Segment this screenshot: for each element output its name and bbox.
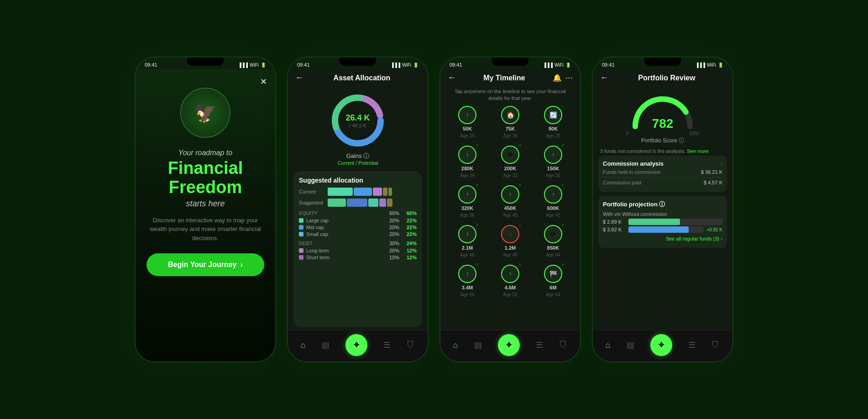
- back-button-aa[interactable]: ←: [295, 73, 303, 83]
- gauge-chart: 782: [626, 90, 699, 131]
- see-all-btn[interactable]: See all regular funds (3) ›: [603, 234, 722, 243]
- commission-chevron[interactable]: ›: [721, 161, 722, 167]
- nav-shield-4[interactable]: ⛉: [711, 340, 720, 350]
- up-arrow-2.1m: ↑: [476, 222, 478, 227]
- node-280k[interactable]: ↑ ↑ 280K Age 34: [458, 146, 476, 178]
- node-age-850k: Age 44: [546, 252, 560, 257]
- node-age-600k: Age 42: [546, 213, 560, 218]
- close-button[interactable]: ✕: [260, 77, 267, 87]
- nav-home-2[interactable]: ⌂: [301, 340, 306, 350]
- short-term-name: Short term: [306, 255, 329, 260]
- node-icon-3.4m: ↑: [466, 271, 469, 277]
- nav-home-4[interactable]: ⌂: [606, 340, 611, 350]
- nav-docs-4[interactable]: ☰: [688, 340, 695, 350]
- node-circle-90k: 🔄 ↑: [544, 106, 562, 124]
- tl-header: ← My Timeline 🔔 ⋯: [440, 69, 580, 86]
- node-4.6m[interactable]: ↑ ↑ 4.6M Age 52: [501, 265, 519, 297]
- bar-seg-1: [328, 188, 353, 196]
- node-600k[interactable]: ↑ ↑ 600K Age 42: [544, 185, 562, 218]
- node-age-200k: Age 32: [503, 173, 518, 178]
- cta-button[interactable]: Begin Your Journey ›: [146, 253, 264, 276]
- portfolio-cards: Commission analysis › Funds held in comm…: [593, 156, 732, 330]
- node-circle-150k: ↑ ↑: [544, 146, 562, 164]
- fab-4[interactable]: ✦: [650, 334, 672, 356]
- up-arrow-200k: ↑: [519, 143, 521, 148]
- node-850k[interactable]: ⟳ ↑ 850K Age 44: [544, 225, 562, 257]
- node-circle-75k: 🏠 ↑: [501, 106, 519, 124]
- bar-seg-2: [354, 188, 372, 196]
- nav-cards-4[interactable]: ▤: [627, 340, 634, 350]
- nav-shield-2[interactable]: ⛉: [407, 340, 415, 350]
- node-1.2m[interactable]: ↓ ↓ 1.2M Age 49: [501, 225, 519, 257]
- node-200k[interactable]: ⟳ ↑ 200K Age 32: [501, 146, 519, 178]
- signal-icons-2: ▐▐▐ WiFi 🔋: [391, 63, 418, 68]
- node-circle-2.1m: ↑ ↑: [458, 225, 476, 243]
- logo-circle: 🦅: [180, 88, 230, 138]
- node-50k[interactable]: ↑ ↑ 50K Age 24: [458, 106, 476, 138]
- timeline-row-2: ↑ ↑ 280K Age 34 ⟳ ↑ 200K Age 32: [446, 146, 575, 178]
- nav-shield-3[interactable]: ⛉: [559, 340, 567, 350]
- nav-cards-3[interactable]: ▤: [474, 340, 482, 350]
- nav-home-3[interactable]: ⌂: [453, 340, 458, 350]
- donut-sub-val: / 48.2 K: [345, 123, 370, 128]
- nav-docs-2[interactable]: ☰: [383, 340, 391, 350]
- node-val-450k: 450K: [504, 205, 516, 211]
- back-button-tl[interactable]: ←: [448, 73, 456, 83]
- projection-title: Portfolio projection ⓘ: [603, 200, 722, 209]
- node-320k[interactable]: ↑ ↑ 320K Age 36: [458, 185, 476, 218]
- node-icon-75k: 🏠: [507, 111, 514, 119]
- tl-title: My Timeline: [456, 74, 553, 82]
- proj-amount-2: $ 3.82 K: [603, 227, 626, 232]
- bottom-nav-2: ⌂ ▤ ✦ ☰ ⛉: [288, 330, 428, 361]
- node-450k[interactable]: ↑ ↑ 450K Age 40: [501, 185, 519, 218]
- debt-suggested: 24%: [407, 241, 417, 246]
- node-75k[interactable]: 🏠 ↑ 75K Age 26: [501, 106, 519, 138]
- proj-row-2: $ 3.82 K +0.92 K: [603, 226, 722, 233]
- nav-cards-2[interactable]: ▤: [322, 340, 329, 350]
- debt-header: DEBT 30% 24%: [299, 241, 417, 246]
- donut-area: 26.4 K / 48.2 K Gains ⓘ Current / Potent…: [288, 86, 428, 168]
- fab-2[interactable]: ✦: [345, 334, 367, 356]
- node-90k[interactable]: 🔄 ↑ 90K Age 28: [544, 106, 562, 138]
- mid-cap-vals: 20% 22%: [389, 225, 417, 230]
- gains-sub: Current / Potential: [338, 160, 378, 166]
- nav-docs-3[interactable]: ☰: [536, 340, 543, 350]
- node-age-2.1m: Age 48: [460, 252, 475, 257]
- phone-timeline: 09:41 ▐▐▐ WiFi 🔋 ← My Timeline 🔔 ⋯ Tap a…: [439, 57, 581, 362]
- node-circle-280k: ↑ ↑: [458, 146, 476, 164]
- node-150k[interactable]: ↑ ↑ 150K Age 30: [544, 146, 562, 178]
- notch-4: [644, 58, 681, 66]
- proj-bar-bg-1: [628, 219, 722, 225]
- mid-cap-left: Mid cap: [299, 225, 324, 230]
- funds-held-val: $ 36.21 K: [701, 169, 722, 175]
- node-circle-4.6m: ↑ ↑: [501, 265, 519, 283]
- equity-vals: 60% 66%: [389, 210, 417, 216]
- node-val-4.6m: 4.6M: [505, 285, 516, 290]
- long-term-suggested: 12%: [407, 248, 417, 253]
- node-val-75k: 75K: [506, 126, 515, 131]
- node-icon-450k: ↑: [509, 191, 512, 198]
- fab-3[interactable]: ✦: [498, 334, 520, 356]
- proj-amount-1: $ 2.89 K: [603, 219, 626, 225]
- more-icon[interactable]: ⋯: [565, 73, 573, 82]
- node-val-320k: 320K: [461, 205, 473, 211]
- back-button-pr[interactable]: ←: [600, 73, 608, 83]
- node-6m[interactable]: 🏁 ↑ 6M Age 54: [544, 265, 562, 297]
- pr-title: Portfolio Review: [608, 74, 725, 82]
- tagline-line1: Your roadmap to: [146, 149, 264, 157]
- equity-current: 60%: [389, 210, 399, 216]
- node-circle-200k: ⟳ ↑: [501, 146, 519, 164]
- see-more-link[interactable]: See more: [687, 148, 709, 154]
- timeline-area[interactable]: ↑ ↑ 50K Age 24 🏠 ↑ 75K Age 26: [440, 106, 580, 330]
- notch: [187, 58, 224, 66]
- node-3.4m[interactable]: ↑ ↑ 3.4M Age 50: [458, 265, 476, 297]
- refresh-icon[interactable]: 🔔: [553, 73, 562, 82]
- mid-cap-dot: [299, 225, 303, 230]
- battery-2: 🔋: [413, 63, 418, 68]
- bar-seg-4: [383, 188, 387, 196]
- node-age-75k: Age 26: [503, 133, 518, 138]
- debt-vals: 30% 24%: [389, 241, 417, 246]
- bar-seg-5: [388, 188, 392, 196]
- node-2.1m[interactable]: ↑ ↑ 2.1M Age 48: [458, 225, 476, 257]
- large-cap-name: Large cap: [306, 218, 329, 223]
